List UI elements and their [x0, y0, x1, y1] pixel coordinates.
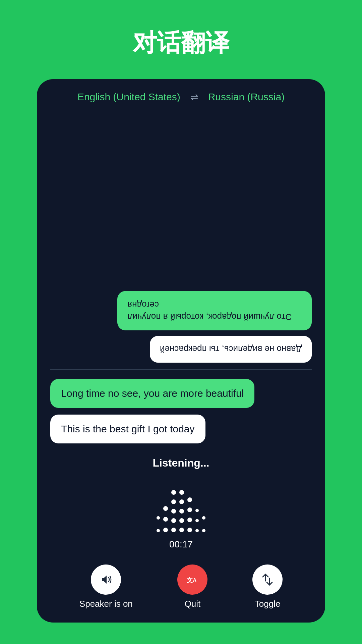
dot — [179, 499, 184, 504]
speaker-label: Speaker is on — [79, 599, 133, 609]
dot — [171, 528, 176, 532]
dot — [171, 518, 176, 523]
language-right[interactable]: Russian (Russia) — [208, 91, 285, 103]
wave-col-1 — [157, 516, 160, 532]
toggle-control[interactable]: Toggle — [252, 565, 283, 609]
dot — [171, 490, 176, 495]
dot — [187, 507, 192, 512]
toggle-icon — [260, 572, 275, 587]
listening-section: Listening... — [37, 450, 325, 561]
bottom-controls: Speaker is on 文 A Quit — [37, 561, 325, 623]
waveform — [150, 479, 212, 532]
dot — [187, 528, 192, 532]
dot — [179, 509, 184, 514]
quit-button[interactable]: 文 A — [177, 565, 207, 595]
speaker-button[interactable] — [91, 565, 121, 595]
bubble-english-green: Long time no see, you are more beautiful — [50, 379, 254, 408]
quit-label: Quit — [185, 599, 201, 609]
wave-col-6 — [195, 509, 199, 532]
lower-chat-area: Long time no see, you are more beautiful… — [37, 370, 325, 450]
svg-text:文: 文 — [187, 577, 193, 584]
language-left[interactable]: English (United States) — [77, 91, 180, 103]
dot — [202, 516, 205, 520]
wave-col-2 — [163, 506, 168, 532]
quit-control[interactable]: 文 A Quit — [177, 565, 207, 609]
wave-col-3 — [171, 490, 176, 532]
language-bar: English (United States) ⇌ Russian (Russi… — [37, 79, 325, 112]
phone-card: English (United States) ⇌ Russian (Russi… — [37, 79, 325, 623]
speaker-icon — [99, 573, 113, 586]
timer: 00:17 — [169, 539, 193, 550]
svg-text:A: A — [193, 578, 197, 583]
bubble-english-white: This is the best gift I got today — [50, 415, 205, 443]
dot — [157, 529, 160, 532]
swap-icon: ⇌ — [190, 92, 198, 103]
dot — [157, 516, 160, 520]
wave-col-7 — [202, 516, 205, 532]
dot — [171, 509, 176, 514]
dot — [179, 528, 184, 532]
upper-chat-area: Это лучший подарок, который я получил се… — [37, 112, 325, 369]
dot — [195, 519, 199, 522]
speaker-control[interactable]: Speaker is on — [79, 565, 133, 609]
toggle-label: Toggle — [255, 599, 281, 609]
dot — [195, 529, 199, 532]
page-title: 对话翻译 — [133, 27, 229, 59]
wave-col-4 — [179, 490, 184, 532]
dot — [171, 499, 176, 504]
bubble-russian-green: Это лучший подарок, который я получил се… — [117, 291, 312, 330]
bubble-russian-white: Давно не виделись, ты прекрасней — [150, 336, 312, 363]
dot — [163, 506, 168, 511]
dot — [187, 497, 192, 502]
dot — [195, 509, 199, 512]
dot — [163, 517, 168, 522]
toggle-button[interactable] — [252, 565, 283, 595]
dot — [187, 518, 192, 522]
dot — [179, 518, 184, 523]
dot — [179, 490, 184, 495]
dot — [202, 529, 205, 532]
translate-icon: 文 A — [185, 572, 200, 587]
listening-label: Listening... — [153, 457, 209, 469]
dot — [163, 528, 168, 532]
wave-col-5 — [187, 497, 192, 532]
